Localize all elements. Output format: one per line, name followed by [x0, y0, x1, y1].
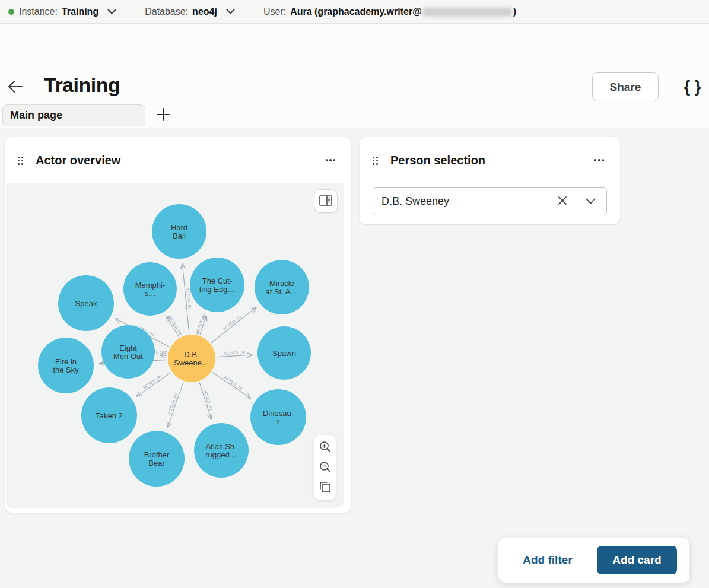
graph-node-label: The Cut-ting Edg…	[199, 276, 236, 294]
graph-edge-label: ACTED_IN	[222, 375, 243, 391]
chevron-down-icon	[586, 197, 596, 206]
graph-node-dbs[interactable]: D.B.Sweene…	[168, 335, 215, 382]
graph-node-taken2[interactable]: Taken 2	[81, 387, 137, 443]
graph-node-cuttingedge[interactable]: The Cut-ting Edg…	[190, 258, 244, 312]
zoom-in-button[interactable]	[315, 437, 335, 457]
back-button[interactable]	[6, 78, 24, 96]
clear-selection-button[interactable]	[551, 188, 574, 215]
share-button[interactable]: Share	[592, 72, 659, 101]
person-select[interactable]: D.B. Sweeney	[373, 187, 607, 215]
drag-handle-icon[interactable]	[17, 156, 24, 166]
graph-node-miracle[interactable]: Miracleat St. A…	[255, 260, 309, 314]
add-card-button[interactable]: Add card	[597, 546, 677, 574]
add-filter-button[interactable]: Add filter	[498, 546, 597, 574]
graph-svg[interactable]: ACTED_INACTED_INACTED_INACTED_INACTED_IN…	[6, 183, 344, 508]
graph-edge[interactable]	[211, 307, 256, 343]
instance-label: Instance:	[19, 7, 58, 17]
page-tabs: Main page	[0, 103, 709, 128]
add-page-button[interactable]	[154, 106, 172, 124]
graph-edge-label: ACTED_IN	[222, 314, 242, 332]
person-select-value: D.B. Sweeney	[373, 195, 551, 208]
graph-node-spawn[interactable]: Spawn	[257, 326, 311, 380]
database-selector[interactable]: Database: neo4j	[145, 7, 235, 17]
zoom-out-icon	[319, 461, 331, 475]
database-value: neo4j	[192, 7, 217, 17]
connection-topbar: Instance: Training Database: neo4j User:…	[0, 0, 709, 24]
graph-edge[interactable]	[212, 373, 251, 399]
dashboard-header: Training Share { }	[0, 24, 709, 103]
card-menu-button[interactable]	[320, 151, 341, 169]
graph-node-atlasshrugged[interactable]: Atlas Sh-rugged…	[194, 423, 249, 478]
database-label: Database:	[145, 7, 188, 17]
graph-edge-label: ACTED_IN	[167, 314, 183, 336]
json-editor-button[interactable]: { }	[679, 76, 705, 97]
card-title: Actor overview	[36, 154, 120, 167]
tab-label: Main page	[10, 109, 62, 122]
instance-selector[interactable]: Instance: Training	[19, 7, 116, 17]
card-actor-overview: Actor overview ACTED_INACTED_INACTED_INA…	[5, 137, 351, 513]
open-dropdown-button[interactable]	[574, 188, 606, 215]
graph-node-fireinthesky[interactable]: Fire inthe Sky	[38, 338, 94, 393]
user-label: User:	[263, 7, 286, 17]
graph-node-memphis[interactable]: Memphi-s…	[123, 262, 177, 316]
graph-node-brotherbear[interactable]: BrotherBear	[129, 431, 185, 487]
graph-node-eightmenout[interactable]: EightMen Out	[101, 325, 155, 379]
page-title: Training	[44, 74, 120, 97]
fit-to-view-button[interactable]	[315, 478, 335, 498]
graph-edge[interactable]	[160, 355, 167, 356]
user-value: Aura (graphacademy.writer@)	[290, 7, 516, 17]
graph-edge[interactable]	[136, 373, 171, 396]
dashboard-actions: Add filter Add card	[498, 538, 689, 583]
graph-node-label: Miracleat St. A…	[266, 279, 298, 296]
graph-edge-label: ACTED_IN	[142, 374, 163, 391]
graph-node-hardball[interactable]: HardBall	[152, 204, 206, 259]
drag-handle-icon[interactable]	[371, 156, 379, 166]
close-icon	[558, 196, 567, 207]
instance-value: Training	[62, 7, 98, 17]
dashboard-canvas: Actor overview ACTED_INACTED_INACTED_INA…	[0, 128, 709, 588]
fit-frame-icon	[319, 481, 331, 495]
graph-node-label: Taken 2	[96, 411, 123, 420]
graph-edge[interactable]	[217, 355, 252, 357]
connection-status-icon	[8, 9, 14, 15]
tab-main-page[interactable]: Main page	[2, 104, 145, 126]
side-panel-icon	[319, 195, 332, 208]
card-title: Person selection	[390, 154, 485, 167]
chevron-down-icon[interactable]	[107, 9, 116, 14]
graph-node-dinosaur[interactable]: Dinosau-r	[250, 389, 306, 445]
graph-node-label: HardBall	[171, 223, 187, 240]
graph-node-label: Atlas Sh-rugged…	[205, 442, 237, 459]
arrow-left-icon	[7, 80, 23, 96]
redacted-email-domain	[423, 8, 512, 17]
chevron-down-icon[interactable]	[226, 9, 235, 14]
user-info: User: Aura (graphacademy.writer@)	[263, 7, 516, 17]
card-person-selection: Person selection D.B. Sweeney	[360, 137, 620, 224]
graph-node-label: Spawn	[272, 349, 296, 358]
zoom-out-button[interactable]	[315, 457, 335, 478]
graph-visualization: ACTED_INACTED_INACTED_INACTED_INACTED_IN…	[6, 183, 344, 508]
legend-panel-button[interactable]	[314, 189, 338, 213]
graph-zoom-controls	[314, 435, 336, 500]
graph-node-label: Fire inthe Sky	[53, 357, 79, 374]
graph-node-label: Speak	[75, 299, 97, 308]
zoom-in-icon	[319, 441, 331, 454]
graph-node-speak[interactable]: Speak	[58, 275, 114, 331]
card-menu-button[interactable]	[589, 151, 609, 169]
plus-icon	[155, 107, 171, 124]
